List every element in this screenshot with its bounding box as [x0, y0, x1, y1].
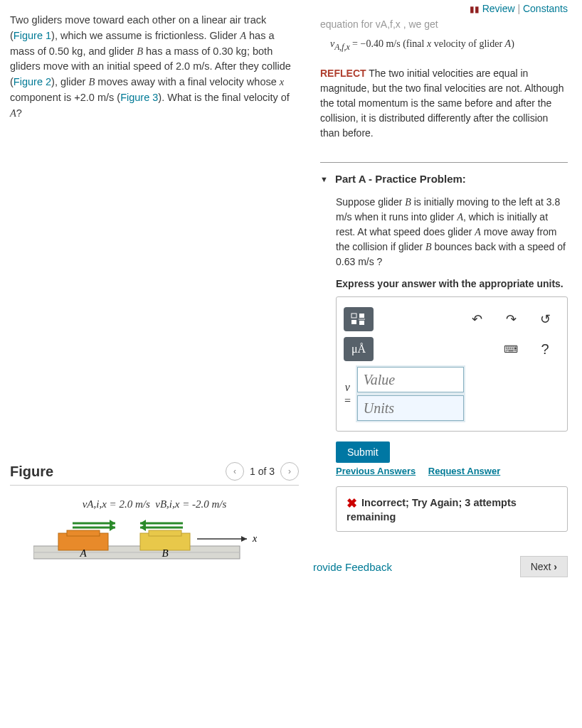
svg-rect-21	[359, 314, 364, 318]
book-icon: ▮▮	[470, 4, 480, 14]
undo-button[interactable]: ↶	[462, 307, 492, 331]
svg-rect-20	[351, 320, 356, 324]
figure-title: Figure	[10, 464, 53, 480]
units-input[interactable]	[357, 395, 464, 421]
svg-text:B: B	[162, 547, 168, 559]
redo-button[interactable]: ↷	[496, 307, 526, 331]
next-button[interactable]: Next ›	[520, 556, 568, 577]
figure-1-link[interactable]: Figure 1	[14, 30, 51, 41]
figure-2-link[interactable]: Figure 2	[14, 76, 51, 87]
previous-answers-link[interactable]: Previous Answers	[336, 466, 416, 476]
figure-image: vA,i,x = 2.0 m/s vB,i,x = -2.0 m/s	[10, 498, 299, 568]
answer-box: ↶ ↷ ↺ μÅ ⌨ ? v =	[336, 296, 568, 432]
figure-3-link[interactable]: Figure 3	[120, 92, 158, 103]
svg-rect-23	[359, 321, 364, 325]
equation-area: equation for vA,f,x , we get vA,f,x = −0…	[320, 17, 568, 53]
svg-text:A: A	[79, 547, 87, 559]
help-button[interactable]: ?	[530, 337, 560, 361]
review-link[interactable]: Review	[482, 3, 515, 14]
reflect-text: REFLECT The two initial velocities are e…	[320, 66, 568, 141]
problem-statement: Two gliders move toward each other on a …	[10, 13, 299, 121]
templates-button[interactable]	[344, 307, 374, 331]
part-a-title: Part A - Practice Problem:	[335, 173, 466, 185]
svg-marker-17	[241, 536, 247, 542]
svg-rect-19	[351, 314, 356, 318]
part-a-question: Suppose glider B is initially moving to …	[336, 195, 568, 269]
incorrect-icon: ✖	[346, 496, 357, 510]
constants-link[interactable]: Constants	[523, 3, 568, 14]
keyboard-button[interactable]: ⌨	[496, 337, 526, 361]
value-input[interactable]	[357, 367, 464, 392]
svg-rect-11	[67, 530, 100, 536]
submit-button[interactable]: Submit	[336, 441, 390, 463]
reset-button[interactable]: ↺	[530, 307, 560, 331]
fraction-icon	[351, 313, 366, 326]
figure-count: 1 of 3	[250, 466, 275, 477]
svg-text:x: x	[252, 533, 258, 544]
svg-rect-14	[149, 530, 181, 536]
collapse-icon[interactable]: ▼	[320, 175, 328, 183]
units-symbols-button[interactable]: μÅ	[344, 337, 374, 361]
feedback-box: ✖Incorrect; Try Again; 3 attempts remain…	[336, 486, 568, 532]
provide-feedback-link[interactable]: rovide Feedback	[313, 561, 392, 573]
answer-instruction: Express your answer with the appropriate…	[336, 278, 568, 289]
figure-prev-button[interactable]: ‹	[226, 462, 244, 481]
request-answer-link[interactable]: Request Answer	[428, 466, 500, 476]
figure-next-button[interactable]: ›	[280, 462, 299, 481]
